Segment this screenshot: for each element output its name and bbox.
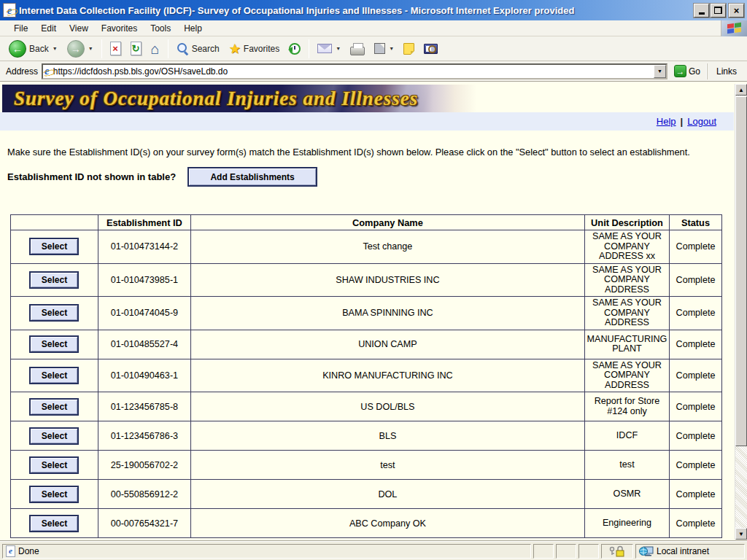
unit-description-cell: OSMR <box>585 480 670 509</box>
scrollbar-thumb[interactable] <box>735 96 747 446</box>
select-button[interactable]: Select <box>29 515 79 532</box>
history-icon <box>289 43 301 55</box>
unit-description-cell: SAME AS YOUR COMPANY ADDRESS <box>585 359 670 392</box>
messenger-button[interactable] <box>399 41 419 57</box>
scroll-down-icon: ▼ <box>738 531 744 537</box>
menu-favorites[interactable]: Favorites <box>95 21 144 36</box>
restore-button[interactable] <box>711 4 726 18</box>
ssl-lock-pane <box>601 544 633 559</box>
edit-button[interactable]: ▼ <box>370 41 398 56</box>
establishment-id-cell: 01-010473985-1 <box>98 263 190 297</box>
stop-button[interactable]: × <box>106 39 125 58</box>
establishment-id-cell: 25-190056702-2 <box>98 451 190 480</box>
scroll-up-button[interactable]: ▲ <box>735 84 747 96</box>
instructions-text: Make sure the Establishment ID(s) on you… <box>7 147 702 158</box>
address-input[interactable] <box>50 66 654 77</box>
status-cell: Complete <box>669 480 721 509</box>
go-icon: → <box>674 65 686 77</box>
page-title: Survey of Occupational Injuries and Illn… <box>14 88 418 110</box>
stop-icon: × <box>110 42 121 55</box>
status-cell: Complete <box>669 421 721 451</box>
research-icon <box>424 44 438 54</box>
logout-link[interactable]: Logout <box>687 116 716 127</box>
print-button[interactable] <box>346 40 369 58</box>
status-cell: Complete <box>669 451 721 480</box>
company-name-cell: SHAW INDUSTRIES INC <box>190 263 584 297</box>
establishment-id-cell: 01-123456785-8 <box>98 392 190 421</box>
local-intranet-icon <box>639 545 654 557</box>
table-row: Select 00-550856912-2 DOL OSMR Complete <box>11 480 722 509</box>
research-button[interactable] <box>419 42 442 56</box>
select-button[interactable]: Select <box>29 271 79 289</box>
back-dropdown-icon[interactable]: ▼ <box>53 46 58 51</box>
select-button[interactable]: Select <box>29 367 79 384</box>
toolbar-separator <box>168 39 169 58</box>
establishment-id-cell: 01-010485527-4 <box>98 330 190 359</box>
select-button[interactable]: Select <box>29 304 79 322</box>
favorites-button[interactable]: ★ Favorites <box>225 40 285 58</box>
messenger-icon <box>403 43 414 55</box>
links-bar[interactable]: Links <box>707 63 744 79</box>
go-label: Go <box>689 66 700 77</box>
select-button[interactable]: Select <box>29 486 79 503</box>
status-cell: Complete <box>669 297 721 330</box>
add-prompt-text: Establishment ID not shown in table? <box>7 171 176 182</box>
toolbar-separator <box>101 39 102 58</box>
select-button[interactable]: Select <box>29 335 79 353</box>
history-button[interactable] <box>285 41 305 57</box>
close-button[interactable]: × <box>729 4 744 18</box>
forward-button[interactable]: → ▼ <box>63 38 98 60</box>
select-column-header <box>11 215 98 230</box>
mail-dropdown-icon[interactable]: ▼ <box>336 46 341 51</box>
table-row: Select 25-190056702-2 test test Complete <box>11 451 722 480</box>
edit-dropdown-icon[interactable]: ▼ <box>389 46 394 51</box>
back-icon: ← <box>9 40 26 58</box>
establishment-id-cell: 00-007654321-7 <box>98 509 190 538</box>
close-icon: × <box>734 5 740 16</box>
favorites-label: Favorites <box>244 44 279 54</box>
forward-dropdown-icon[interactable]: ▼ <box>88 46 93 51</box>
search-button[interactable]: Search <box>172 40 224 57</box>
select-button[interactable]: Select <box>29 398 79 416</box>
menu-file[interactable]: File <box>7 21 34 36</box>
help-link[interactable]: Help <box>657 116 676 127</box>
mail-icon <box>317 44 332 53</box>
select-button[interactable]: Select <box>29 456 79 474</box>
go-button[interactable]: → Go <box>671 64 703 78</box>
security-zone-pane: Local intranet <box>635 544 745 559</box>
table-row: Select 01-123456786-3 BLS IDCF Complete <box>11 421 722 451</box>
scroll-down-button[interactable]: ▼ <box>735 528 747 540</box>
select-button[interactable]: Select <box>29 238 79 255</box>
menu-view[interactable]: View <box>63 21 95 36</box>
address-dropdown-button[interactable]: ▼ <box>654 65 666 78</box>
back-label: Back <box>29 44 49 54</box>
establishment-id-cell: 01-010474045-9 <box>98 297 190 330</box>
status-cell: Complete <box>669 263 721 297</box>
table-row: Select 01-123456785-8 US DOL/BLS Report … <box>11 392 722 421</box>
menu-help[interactable]: Help <box>177 21 209 36</box>
mail-button[interactable]: ▼ <box>313 42 345 55</box>
minimize-button[interactable] <box>694 4 709 18</box>
address-bar: Address e ▼ → Go Links <box>0 61 747 82</box>
home-button[interactable]: ⌂ <box>147 39 164 58</box>
establishments-table: Establishment ID Company Name Unit Descr… <box>10 214 722 538</box>
restore-icon <box>714 7 722 14</box>
ie-logo-icon: e <box>3 3 16 18</box>
company-name-cell: US DOL/BLS <box>190 392 584 421</box>
links-label: Links <box>716 66 737 77</box>
back-button[interactable]: ← Back ▼ <box>4 38 62 60</box>
company-name-cell: Test change <box>190 230 584 264</box>
menu-edit[interactable]: Edit <box>34 21 63 36</box>
select-button[interactable]: Select <box>29 427 79 445</box>
print-icon <box>350 47 365 55</box>
menu-tools[interactable]: Tools <box>144 21 177 36</box>
add-establishments-button[interactable]: Add Establishments <box>187 167 317 187</box>
add-establishments-row: Establishment ID not shown in table? Add… <box>7 167 734 187</box>
page-content: Survey of Occupational Injuries and Illn… <box>0 82 734 541</box>
search-label: Search <box>192 44 220 54</box>
document-icon: e <box>6 545 15 557</box>
status-pane-empty <box>556 544 576 559</box>
table-row: Select 01-010473985-1 SHAW INDUSTRIES IN… <box>11 263 722 297</box>
refresh-button[interactable]: ↻ <box>126 39 146 58</box>
vertical-scrollbar[interactable]: ▲ ▼ <box>735 84 747 540</box>
